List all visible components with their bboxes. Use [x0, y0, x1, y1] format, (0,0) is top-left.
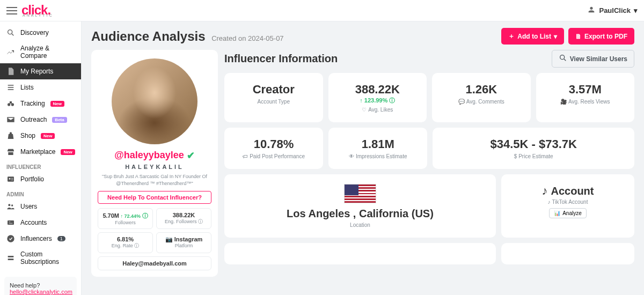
list-icon — [6, 83, 15, 92]
instagram-icon: 📷 — [165, 236, 174, 242]
sidebar-item-shop[interactable]: ShopNew — [0, 128, 81, 144]
sidebar-item-label: Marketplace — [20, 148, 55, 156]
help-box: Need help? hello@clickanalytic.com — [4, 277, 77, 295]
profile-bio: "Sup Bruh Just A Sarcastic Gal In NY Fou… — [98, 173, 211, 187]
sub-icon — [6, 254, 15, 262]
view-similar-button[interactable]: View Similar Users — [552, 50, 634, 68]
sidebar-item-users[interactable]: Users — [0, 198, 81, 215]
info-icon: ⓘ — [198, 219, 203, 224]
document-icon: 🗎 — [575, 33, 582, 40]
doc-icon — [6, 67, 15, 76]
chevron-down-icon: ▾ — [554, 33, 557, 40]
sidebar-item-portfolio[interactable]: Portfolio — [0, 171, 81, 187]
profile-handle[interactable]: @haleyybaylee ✔ — [98, 150, 211, 161]
user-menu[interactable]: PaulClick ▾ — [587, 5, 638, 16]
sidebar-item-accounts[interactable]: Accounts — [0, 215, 81, 231]
more-card-2 — [501, 243, 634, 264]
chart-icon — [6, 48, 15, 56]
id-icon — [6, 175, 15, 183]
accounts-icon — [6, 218, 15, 227]
nav-section: ADMIN — [0, 187, 81, 198]
stat-value: 3.57M — [540, 83, 631, 97]
sidebar-item-marketplace[interactable]: MarketplaceNew — [0, 144, 81, 160]
location-label: Location — [234, 222, 486, 228]
sidebar-item-label: Portfolio — [20, 175, 44, 183]
profile-card: @haleyybaylee ✔ HALEYKALIL "Sup Bruh Jus… — [91, 50, 218, 277]
export-pdf-button[interactable]: 🗎Export to PDF — [568, 28, 634, 45]
info-icon: ⓘ — [142, 212, 148, 219]
eye-icon: 👁 — [349, 153, 354, 159]
svg-rect-3 — [8, 176, 14, 181]
stat-value: 10.78% — [229, 137, 319, 151]
svg-point-0 — [8, 30, 12, 34]
stat-label: 🏷Paid Post Performance — [229, 153, 319, 159]
stat-card: 10.78%🏷Paid Post Performance — [224, 128, 323, 169]
mini-stat[interactable]: 6.81%Eng. Rate ⓘ — [98, 232, 153, 253]
heart-icon: ♡ — [362, 107, 367, 113]
created-date: Created on 2024-05-07 — [211, 34, 283, 42]
help-prompt: Need help? — [10, 282, 71, 289]
page-title: Audience Analysis — [91, 29, 206, 43]
sidebar-item-tracking[interactable]: TrackingNew — [0, 95, 81, 112]
info-icon: ⓘ — [389, 97, 395, 104]
sidebar-item-label: Analyze & Compare — [20, 45, 75, 60]
svg-point-2 — [11, 103, 14, 106]
user-icon — [587, 5, 596, 16]
account-sub: TikTok Account — [552, 199, 588, 205]
us-flag-icon — [344, 184, 376, 203]
topbar: click. ANALYTIC PaulClick ▾ — [0, 0, 644, 21]
location-card: Los Angeles , California (US) Location — [224, 174, 496, 238]
sidebar-item-my-reports[interactable]: My Reports — [0, 63, 81, 79]
more-card-1 — [224, 243, 496, 264]
stat-label: Account Type — [229, 99, 319, 105]
help-email-link[interactable]: hello@clickanalytic.com — [10, 289, 72, 295]
sidebar-item-lists[interactable]: Lists — [0, 79, 81, 95]
section-title: Influencer Information — [224, 53, 338, 65]
sidebar-item-label: Shop — [20, 132, 35, 139]
tiktok-icon: ♪ — [541, 184, 547, 198]
sidebar-item-label: Tracking — [20, 100, 45, 107]
sidebar-item-label: Lists — [20, 84, 34, 91]
sidebar-item-discovery[interactable]: Discovery — [0, 25, 81, 41]
users-icon — [6, 202, 15, 211]
contact-influencer-button[interactable]: Need Help To Contact Influencer? — [98, 191, 211, 204]
stat-value: Creator — [229, 83, 319, 97]
tiktok-icon: ♪ — [548, 199, 551, 205]
sidebar-item-label: Influencers — [20, 235, 52, 242]
mini-stat[interactable]: 📷 InstagramPlatform — [156, 232, 211, 253]
store-icon — [6, 148, 15, 156]
sidebar-item-custom-subscriptions[interactable]: Custom Subscriptions — [0, 247, 81, 269]
badge: New — [50, 101, 64, 107]
sidebar-item-label: My Reports — [20, 68, 53, 75]
sidebar-item-analyze-compare[interactable]: Analyze & Compare — [0, 41, 81, 63]
stat-value: 1.26K — [436, 83, 526, 97]
search-icon — [6, 28, 15, 37]
sidebar-item-label: Custom Subscriptions — [20, 250, 75, 266]
binoc-icon — [6, 99, 15, 108]
bag-icon — [6, 131, 15, 140]
mini-stat[interactable]: 5.70M ↑ 72.44% ⓘFollowers — [98, 208, 153, 229]
location-value: Los Angeles , California (US) — [234, 208, 486, 220]
sidebar-item-label: Outreach — [20, 116, 47, 123]
badge: New — [41, 133, 55, 139]
sidebar-item-influencers[interactable]: Influencers1 — [0, 231, 81, 247]
add-to-list-button[interactable]: ＋Add to List▾ — [501, 28, 564, 45]
main-content: Audience Analysis Created on 2024-05-07 … — [82, 21, 644, 295]
menu-toggle-icon[interactable] — [6, 7, 17, 14]
stat-card: CreatorAccount Type — [224, 73, 323, 122]
logo[interactable]: click. ANALYTIC — [21, 4, 54, 17]
stat-value: 388.22K — [333, 83, 423, 97]
sidebar-item-label: Users — [20, 203, 37, 210]
account-card: ♪ Account ♪ TikTok Account 📊Analyze — [501, 174, 634, 238]
stat-card: 1.81M👁Impressions Estimate — [328, 128, 427, 169]
account-title: Account — [551, 185, 594, 197]
svg-point-1 — [8, 103, 10, 106]
stat-label: ♡Avg. Likes — [333, 107, 423, 113]
mini-stat[interactable]: 388.22KEng. Followers ⓘ — [156, 208, 211, 229]
stat-card: 1.26K💬Avg. Comments — [432, 73, 531, 122]
analyze-button[interactable]: 📊Analyze — [549, 208, 587, 218]
sidebar-item-outreach[interactable]: OutreachBeta — [0, 112, 81, 128]
mini-stat[interactable]: Haley@madebyall.com — [98, 256, 211, 270]
sidebar: DiscoveryAnalyze & CompareMy ReportsList… — [0, 21, 82, 295]
svg-point-6 — [11, 204, 13, 206]
